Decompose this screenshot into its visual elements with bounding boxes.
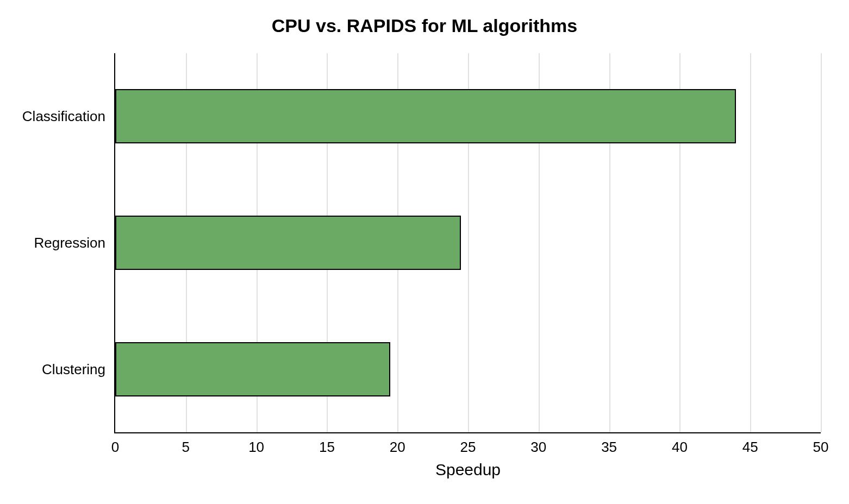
chart-title: CPU vs. RAPIDS for ML algorithms xyxy=(0,15,849,36)
grid-line xyxy=(821,53,822,432)
bar xyxy=(115,342,390,396)
x-tick-label: 15 xyxy=(319,439,335,456)
chart-container: CPU vs. RAPIDS for ML algorithms 0510152… xyxy=(0,0,849,504)
x-tick-label: 30 xyxy=(530,439,546,456)
y-tick-label: Clustering xyxy=(42,361,105,377)
x-tick-label: 25 xyxy=(460,439,476,456)
x-tick-label: 50 xyxy=(813,439,829,456)
bar xyxy=(115,216,461,270)
x-tick-label: 10 xyxy=(248,439,264,456)
x-tick-label: 35 xyxy=(601,439,617,456)
x-tick-label: 5 xyxy=(182,439,190,456)
plot-area: 05101520253035404550 ClassificationRegre… xyxy=(114,53,821,433)
x-tick-label: 20 xyxy=(390,439,405,456)
x-tick-label: 45 xyxy=(742,439,758,456)
bar xyxy=(115,89,736,143)
grid-line xyxy=(750,53,751,432)
x-tick-label: 0 xyxy=(111,439,119,456)
x-axis-label: Speedup xyxy=(435,461,501,479)
x-tick-label: 40 xyxy=(672,439,688,456)
y-tick-label: Classification xyxy=(22,108,105,125)
y-tick-label: Regression xyxy=(34,235,105,251)
